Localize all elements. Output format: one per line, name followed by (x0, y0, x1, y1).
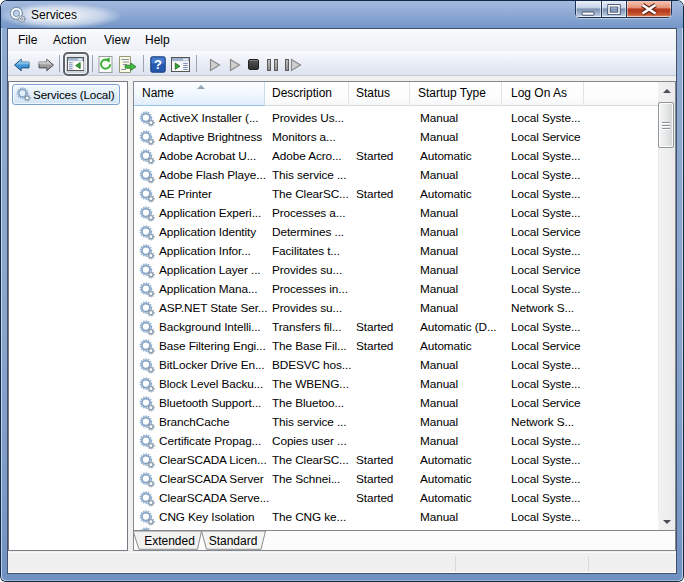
svg-text:Extended: Extended (144, 534, 195, 548)
svg-text:?: ? (154, 57, 162, 72)
svg-text:Standard: Standard (209, 534, 258, 548)
